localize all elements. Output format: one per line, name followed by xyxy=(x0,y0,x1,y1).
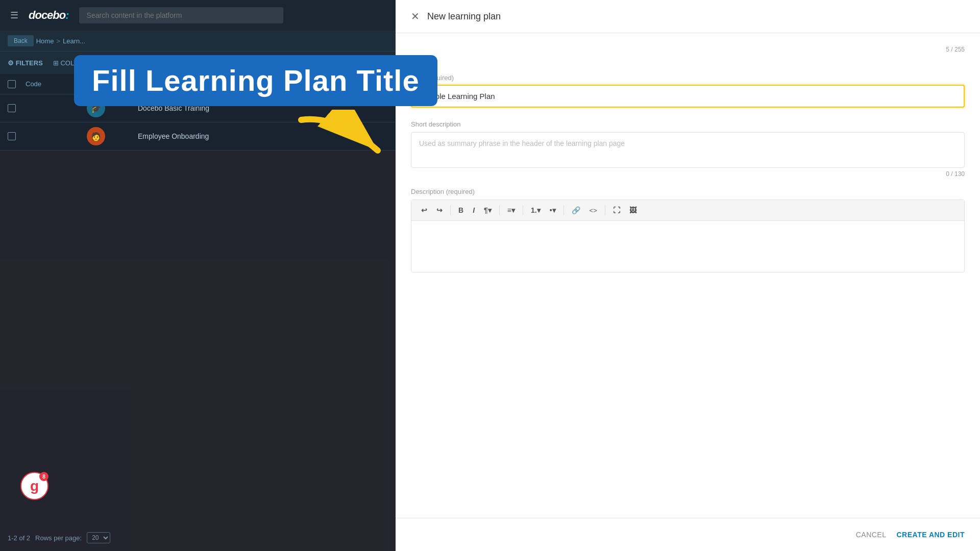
short-desc-area[interactable]: Used as summary phrase in the header of … xyxy=(411,132,965,168)
rows-per-page-select[interactable]: 20 xyxy=(87,532,110,543)
code-value: HR001 xyxy=(411,55,965,64)
code-button[interactable]: <> xyxy=(586,205,601,216)
toolbar-sep-4 xyxy=(564,205,564,215)
title-field-label: Title (required) xyxy=(411,74,965,82)
toolbar-sep-1 xyxy=(450,205,451,215)
panel-title: New learning plan xyxy=(427,11,501,22)
align-button[interactable]: ≡▾ xyxy=(504,204,519,216)
row-thumbnail: 🧑 xyxy=(87,127,138,145)
create-and-edit-button[interactable]: CREATE AND EDIT xyxy=(897,531,965,539)
filters-button[interactable]: ⚙ FILTERS xyxy=(8,59,43,67)
breadcrumb: Back Home > Learn... xyxy=(0,31,396,51)
header-checkbox-col xyxy=(8,80,26,88)
thumbnail-image: 🧑 xyxy=(87,127,105,145)
ordered-list-button[interactable]: 1.▾ xyxy=(527,204,544,216)
breadcrumb-home[interactable]: Home xyxy=(36,37,54,45)
editor-body[interactable] xyxy=(411,221,964,272)
title-input-container xyxy=(411,85,965,108)
row-checkbox[interactable] xyxy=(8,132,26,140)
row-checkbox[interactable] xyxy=(8,104,26,112)
rows-per-page-label: Rows per page: xyxy=(35,534,82,542)
filter-icon: ⚙ xyxy=(8,59,16,67)
title-input[interactable] xyxy=(412,86,964,107)
toolbar-sep-3 xyxy=(523,205,523,215)
unordered-list-button[interactable]: •▾ xyxy=(546,204,559,216)
paragraph-button[interactable]: ¶▾ xyxy=(480,204,495,216)
annotation-text: Fill Learning Plan Title xyxy=(92,64,420,97)
arrow-svg xyxy=(296,110,398,171)
close-icon[interactable]: ✕ xyxy=(411,10,420,22)
italic-button[interactable]: I xyxy=(469,204,478,216)
notification-badge: 8 xyxy=(39,472,48,481)
editor-toolbar: ↩ ↪ B I ¶▾ ≡▾ 1.▾ •▾ 🔗 <> ⛶ 🖼 xyxy=(411,200,964,221)
top-bar: ☰ docebo: xyxy=(0,0,396,31)
breadcrumb-current: Learn... xyxy=(63,37,85,45)
bold-button[interactable]: B xyxy=(455,204,467,216)
code-char-count: 5 / 255 xyxy=(411,46,965,53)
search-input[interactable] xyxy=(79,7,283,23)
description-label: Description (required) xyxy=(411,188,965,195)
avatar[interactable]: g 8 xyxy=(20,472,48,500)
select-all-checkbox[interactable] xyxy=(8,80,16,88)
short-desc-label: Short description xyxy=(411,120,965,128)
avatar-letter: g xyxy=(30,478,39,494)
fullscreen-button[interactable]: ⛶ xyxy=(609,204,624,216)
pagination: 1-2 of 2 Rows per page: 20 xyxy=(8,532,110,543)
columns-icon: ⊞ xyxy=(53,59,61,67)
short-desc-count: 0 / 130 xyxy=(411,170,965,178)
hamburger-icon[interactable]: ☰ xyxy=(10,10,18,21)
pagination-info: 1-2 of 2 xyxy=(8,534,30,542)
rich-editor[interactable]: ↩ ↪ B I ¶▾ ≡▾ 1.▾ •▾ 🔗 <> ⛶ 🖼 xyxy=(411,199,965,272)
redo-button[interactable]: ↪ xyxy=(433,204,446,216)
toolbar-sep-2 xyxy=(499,205,500,215)
panel-footer: CANCEL CREATE AND EDIT xyxy=(396,518,980,551)
docebo-logo: docebo: xyxy=(29,9,69,22)
panel-body: 5 / 255 HR001 Title (required) Short des… xyxy=(396,33,980,518)
undo-button[interactable]: ↩ xyxy=(418,204,431,216)
right-panel: ✕ New learning plan 5 / 255 HR001 Title … xyxy=(396,0,980,551)
link-button[interactable]: 🔗 xyxy=(568,204,584,216)
back-button[interactable]: Back xyxy=(8,35,34,46)
arrow-container xyxy=(296,110,398,173)
panel-header: ✕ New learning plan xyxy=(396,0,980,33)
toolbar-sep-5 xyxy=(605,205,605,215)
cancel-button[interactable]: CANCEL xyxy=(856,531,887,539)
breadcrumb-sep: > xyxy=(56,37,60,45)
annotation-banner: Fill Learning Plan Title xyxy=(74,55,437,106)
short-desc-placeholder: Used as summary phrase in the header of … xyxy=(419,139,625,147)
image-button[interactable]: 🖼 xyxy=(626,204,640,216)
